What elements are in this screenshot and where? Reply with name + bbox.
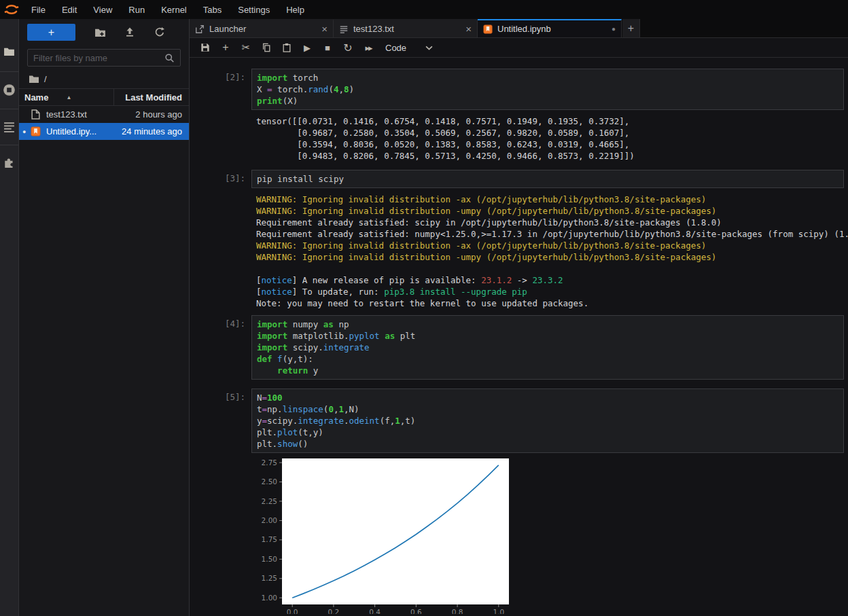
cell-2-output: tensor([[0.0731, 0.1416, 0.6754, 0.1418,… (190, 115, 848, 162)
svg-text:0.6: 0.6 (410, 608, 422, 614)
execution-prompt: [4]: (190, 315, 251, 380)
cell-type-dropdown[interactable]: Code (385, 43, 433, 53)
text-file-icon (339, 24, 349, 34)
svg-text:1.50: 1.50 (262, 555, 277, 563)
notebook-icon (483, 24, 493, 34)
notebook-scroll-area[interactable]: [2]: import torchX = torch.rand(4,8)prin… (190, 58, 848, 616)
insert-cell-icon[interactable]: + (215, 39, 236, 56)
svg-text:2.00: 2.00 (262, 516, 277, 524)
svg-text:0.4: 0.4 (369, 608, 381, 614)
code-cell-3[interactable]: [3]: pip install scipy (190, 170, 848, 188)
close-icon[interactable]: × (465, 23, 472, 35)
svg-text:0.0: 0.0 (287, 608, 298, 614)
menu-bar: File Edit View Run Kernel Tabs Settings … (0, 0, 848, 19)
home-folder-icon[interactable] (29, 73, 39, 84)
menu-kernel[interactable]: Kernel (153, 5, 195, 15)
run-cell-icon[interactable]: ▶ (297, 39, 317, 56)
filter-files-input[interactable] (33, 53, 164, 63)
restart-kernel-icon[interactable]: ↻ (338, 39, 358, 56)
launcher-icon (195, 24, 205, 34)
unsaved-dot: ● (22, 128, 26, 135)
unsaved-indicator-icon[interactable]: ● (612, 25, 616, 33)
cut-cells-icon[interactable]: ✂ (236, 39, 256, 56)
file-listing-header: Name ▲ Last Modified (19, 88, 189, 106)
menu-edit[interactable]: Edit (54, 5, 85, 15)
running-sessions-icon[interactable] (0, 80, 19, 99)
tab-label: Launcher (209, 24, 317, 34)
new-folder-icon[interactable] (85, 24, 115, 41)
save-icon[interactable] (195, 39, 215, 56)
table-of-contents-icon[interactable] (0, 117, 19, 136)
svg-text:1.00: 1.00 (262, 594, 277, 602)
code-editor[interactable]: import numpy as npimport matplotlib.pypl… (251, 315, 844, 380)
chevron-down-icon (425, 46, 433, 50)
matplotlib-figure: 1.001.251.501.752.002.252.502.750.00.20.… (256, 458, 514, 614)
svg-text:0.8: 0.8 (452, 608, 463, 614)
new-launcher-button[interactable]: + (27, 24, 75, 41)
code-cell-4[interactable]: [4]: import numpy as npimport matplotlib… (190, 315, 848, 380)
code-editor[interactable]: pip install scipy (251, 170, 844, 188)
tab-launcher[interactable]: Launcher × (190, 19, 334, 37)
execution-prompt: [3]: (190, 170, 251, 188)
file-row-untitled-notebook[interactable]: ● Untitled.ipy... 24 minutes ago (19, 123, 189, 140)
menu-settings[interactable]: Settings (230, 5, 278, 15)
jupyter-logo (0, 1, 23, 18)
breadcrumb[interactable]: / (19, 67, 189, 88)
menu-file[interactable]: File (23, 5, 54, 15)
refresh-icon[interactable] (145, 24, 175, 41)
cell-5-output: 1.001.251.501.752.002.252.502.750.00.20.… (190, 458, 848, 614)
filter-files-box[interactable] (27, 49, 181, 67)
upload-icon[interactable] (115, 24, 145, 41)
file-modified: 2 hours ago (114, 109, 189, 120)
menu-run[interactable]: Run (120, 5, 153, 15)
code-cell-5[interactable]: [5]: N=100t=np.linspace(0,1,N)y=scipy.in… (190, 388, 848, 453)
file-modified: 24 minutes ago (114, 126, 189, 137)
svg-text:1.0: 1.0 (493, 608, 504, 614)
file-name: test123.txt (42, 109, 114, 120)
restart-run-all-icon[interactable]: ▸▸ (358, 39, 378, 56)
column-header-name[interactable]: Name ▲ (19, 89, 114, 105)
paste-cells-icon[interactable] (277, 39, 297, 56)
extension-manager-icon[interactable] (0, 153, 19, 172)
sort-ascending-icon: ▲ (66, 94, 71, 101)
close-icon[interactable]: × (321, 23, 328, 35)
search-icon (164, 53, 175, 63)
svg-text:2.75: 2.75 (262, 458, 277, 467)
tab-label: Untitled.ipynb (497, 24, 607, 34)
menu-tabs[interactable]: Tabs (195, 5, 230, 15)
svg-text:0.2: 0.2 (328, 608, 340, 614)
text-file-icon (29, 109, 42, 120)
dock-tab-bar: Launcher × test123.txt × Untitled.ipynb … (190, 19, 848, 38)
column-header-last-modified[interactable]: Last Modified (114, 92, 189, 103)
menu-view[interactable]: View (85, 5, 120, 15)
tab-label: test123.txt (353, 24, 461, 34)
file-name: Untitled.ipy... (42, 126, 114, 137)
svg-text:1.75: 1.75 (262, 535, 277, 543)
file-browser-toolbar: + (19, 22, 189, 42)
copy-cells-icon[interactable] (256, 39, 277, 56)
execution-prompt: [2]: (190, 69, 251, 110)
notebook-icon (29, 126, 42, 137)
svg-text:2.25: 2.25 (262, 497, 277, 505)
cell-type-value: Code (385, 43, 406, 53)
code-editor[interactable]: import torchX = torch.rand(4,8)print(X) (251, 69, 844, 110)
new-tab-button[interactable]: + (622, 19, 640, 37)
code-editor[interactable]: N=100t=np.linspace(0,1,N)y=scipy.integra… (251, 388, 844, 453)
breadcrumb-root[interactable]: / (44, 74, 47, 84)
tab-test123-txt[interactable]: test123.txt × (334, 19, 478, 37)
file-row-test123[interactable]: test123.txt 2 hours ago (19, 106, 189, 123)
tab-untitled-ipynb[interactable]: Untitled.ipynb ● (478, 19, 622, 37)
cell-3-output: WARNING: Ignoring invalid distribution -… (190, 194, 848, 309)
file-browser-panel: + / Name ▲ (19, 19, 190, 616)
code-cell-2[interactable]: [2]: import torchX = torch.rand(4,8)prin… (190, 69, 848, 110)
menu-help[interactable]: Help (278, 5, 313, 15)
activity-bar (0, 19, 19, 616)
interrupt-kernel-icon[interactable]: ■ (317, 39, 338, 56)
execution-prompt: [5]: (190, 388, 251, 453)
notebook-toolbar: + ✂ ▶ ■ ↻ ▸▸ Code (190, 38, 848, 58)
file-browser-icon[interactable] (0, 41, 19, 60)
svg-text:2.50: 2.50 (262, 477, 277, 486)
svg-text:1.25: 1.25 (262, 574, 277, 582)
